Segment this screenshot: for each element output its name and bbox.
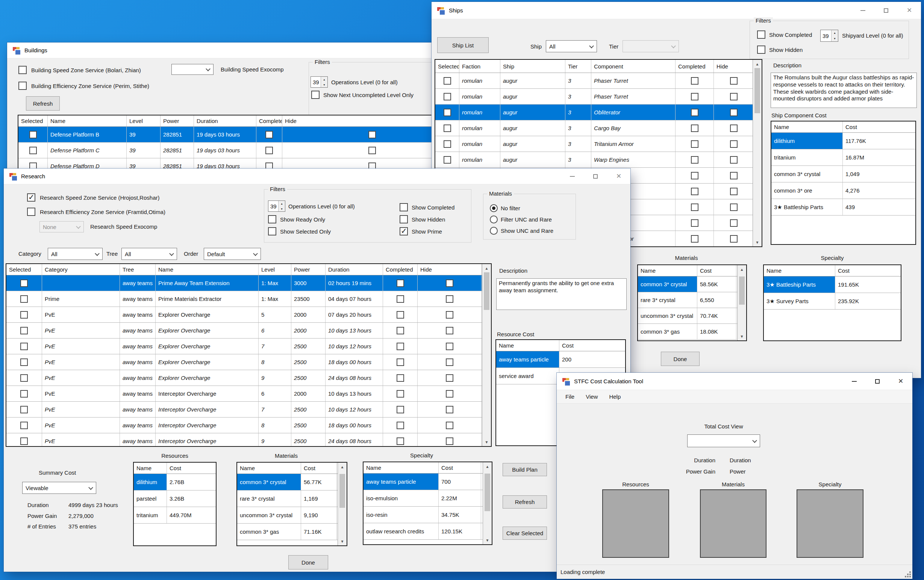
table-cell[interactable]: 2.22M: [439, 490, 481, 506]
table-cell[interactable]: 04 days 07 hours: [326, 291, 383, 306]
table-cell[interactable]: 2500: [291, 338, 326, 354]
filter-unc-rare-radio[interactable]: [490, 216, 498, 223]
row-checkbox[interactable]: [446, 295, 453, 303]
row-checkbox[interactable]: [444, 109, 451, 116]
row-checkbox[interactable]: [730, 125, 738, 132]
table-cell[interactable]: 39: [127, 143, 161, 158]
table-cell[interactable]: augur: [500, 136, 566, 152]
column-header-selected[interactable]: Selected: [18, 115, 48, 126]
table-cell[interactable]: 120.15K: [439, 523, 481, 539]
table-cell[interactable]: 9: [259, 370, 291, 386]
table-cell[interactable]: away teams: [120, 275, 156, 291]
column-header-cost[interactable]: Cost: [559, 340, 625, 351]
table-cell[interactable]: tritanium: [134, 507, 167, 523]
column-header-duration[interactable]: Duration: [326, 264, 383, 275]
table-cell[interactable]: outlaw research credits: [363, 523, 439, 539]
column-header-tree[interactable]: Tree: [120, 264, 156, 275]
column-header-name[interactable]: Name: [771, 122, 843, 132]
table-cell[interactable]: PvE: [42, 386, 120, 401]
table-cell[interactable]: 2500: [291, 417, 326, 433]
tier-select[interactable]: [623, 40, 679, 52]
research-speed-zone-checkbox[interactable]: [27, 193, 35, 202]
row-checkbox[interactable]: [691, 219, 699, 227]
table-cell[interactable]: 117.76K: [843, 133, 915, 149]
table-row[interactable]: PvEaway teamsExplorer Overcharge6200010 …: [7, 323, 482, 338]
column-header-duration[interactable]: Duration: [194, 115, 256, 126]
table-row[interactable]: uncommon 3* crystal9,190: [237, 507, 337, 524]
table-row[interactable]: PvEaway teamsInterceptor Overcharge82500…: [7, 417, 482, 433]
stfc-titlebar[interactable]: STFC Cost Calculation Tool ✕: [557, 373, 912, 390]
table-row[interactable]: PvEaway teamsInterceptor Overcharge72500…: [7, 402, 482, 417]
table-cell[interactable]: 10 days 12 hours: [326, 338, 383, 354]
table-cell[interactable]: Prime Away Team Extension: [156, 275, 259, 291]
table-cell[interactable]: 18 days 00 hours: [326, 417, 383, 433]
table-cell[interactable]: Interceptor Overcharge: [156, 433, 259, 446]
column-header-category[interactable]: Category: [42, 264, 120, 275]
table-cell[interactable]: augur: [500, 152, 566, 167]
table-cell[interactable]: 34.75K: [439, 507, 481, 523]
table-cell[interactable]: Phaser Turret: [591, 73, 676, 88]
scroll-up-icon[interactable]: ▲: [338, 463, 347, 471]
resize-grip[interactable]: [909, 576, 911, 577]
table-row[interactable]: away teams particle700: [363, 474, 483, 490]
table-cell[interactable]: 449.70M: [167, 507, 216, 523]
row-checkbox[interactable]: [691, 140, 699, 148]
table-cell[interactable]: 18 days 00 hours: [326, 354, 383, 370]
table-cell[interactable]: uncommon 3* crystal: [237, 507, 301, 523]
table-cell[interactable]: 9,190: [301, 507, 337, 523]
table-cell[interactable]: 282851: [161, 143, 194, 158]
column-header-power[interactable]: Power: [161, 115, 194, 126]
table-cell[interactable]: uncommon 3* crystal: [638, 308, 697, 323]
table-cell[interactable]: 7: [259, 402, 291, 417]
vertical-scrollbar[interactable]: ▲ ▼: [737, 265, 746, 340]
table-cell[interactable]: PvE: [42, 354, 120, 370]
row-checkbox[interactable]: [20, 374, 28, 382]
table-row[interactable]: romulanaugur3Tritanium Armor: [435, 136, 753, 152]
table-cell[interactable]: 39: [127, 127, 161, 142]
table-row[interactable]: Defense Platform C3928285119 days 03 hou…: [18, 143, 462, 158]
table-cell[interactable]: 2000: [291, 386, 326, 401]
table-cell[interactable]: 3★ Survey Parts: [764, 293, 835, 309]
table-row[interactable]: iso-emulsion2.22M: [363, 490, 483, 507]
table-cell[interactable]: away teams: [120, 370, 156, 386]
row-checkbox[interactable]: [20, 280, 28, 287]
table-row[interactable]: PvEaway teamsInterceptor Overcharge92500…: [7, 433, 482, 446]
table-row[interactable]: rare 3* crystal1,169: [237, 491, 337, 507]
show-hidden-checkbox[interactable]: [400, 215, 408, 223]
scroll-down-icon[interactable]: ▼: [338, 537, 347, 545]
ships-titlebar[interactable]: Ships ✕: [432, 2, 921, 19]
column-header-cost[interactable]: Cost: [439, 462, 481, 473]
column-header-cost[interactable]: Cost: [835, 265, 901, 276]
table-cell[interactable]: romulan: [459, 73, 500, 88]
order-select[interactable]: Default: [204, 248, 261, 260]
scroll-down-icon[interactable]: ▼: [483, 536, 492, 544]
row-checkbox[interactable]: [20, 311, 28, 319]
table-cell[interactable]: 19 days 03 hours: [194, 127, 256, 142]
table-cell[interactable]: 3: [566, 73, 591, 88]
table-cell[interactable]: 8: [259, 354, 291, 370]
table-cell[interactable]: 02 hours 19 mins: [326, 275, 383, 291]
table-row[interactable]: PvEaway teamsExplorer Overcharge9250024 …: [7, 370, 482, 386]
table-row[interactable]: Primeaway teamsPrime Materials Extractor…: [7, 291, 482, 307]
row-checkbox[interactable]: [730, 188, 738, 195]
table-row[interactable]: romulanaugur3Obliterator: [435, 105, 753, 120]
menu-help[interactable]: Help: [603, 394, 626, 400]
table-cell[interactable]: PvE: [42, 370, 120, 386]
minimize-button[interactable]: [842, 373, 866, 390]
table-row[interactable]: 3★ Survey Parts235.92K: [764, 293, 901, 310]
row-checkbox[interactable]: [691, 172, 699, 180]
column-header-component[interactable]: Component: [591, 60, 676, 72]
table-row[interactable]: common 3* crystal58.56K: [638, 277, 737, 292]
vertical-scrollbar[interactable]: ▲ ▼: [337, 463, 347, 545]
table-row[interactable]: PvEaway teamsExplorer Overcharge8250018 …: [7, 354, 482, 370]
show-completed-checkbox[interactable]: [757, 30, 765, 39]
row-checkbox[interactable]: [396, 437, 404, 445]
table-cell[interactable]: 56.77K: [301, 474, 337, 490]
table-cell[interactable]: 3: [566, 89, 591, 104]
row-checkbox[interactable]: [446, 437, 453, 445]
table-row[interactable]: iso-resin34.75K: [363, 507, 483, 523]
row-checkbox[interactable]: [396, 422, 404, 429]
column-header-level[interactable]: Level: [127, 115, 161, 126]
spin-up-icon[interactable]: ▲: [279, 201, 285, 206]
row-checkbox[interactable]: [396, 295, 404, 303]
